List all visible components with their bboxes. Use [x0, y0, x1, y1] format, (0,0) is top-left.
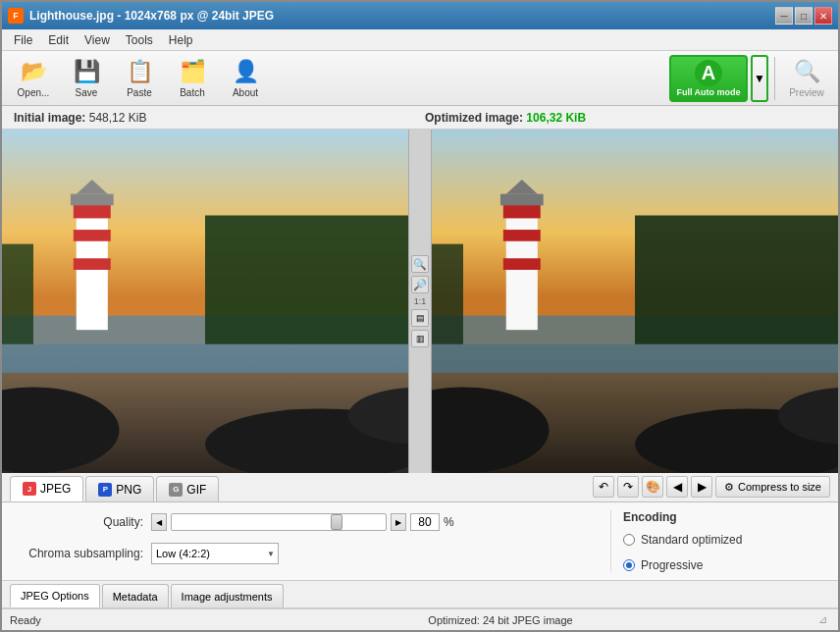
full-auto-dropdown[interactable]: ▼	[751, 55, 768, 102]
bottom-tab-jpeg-options[interactable]: JPEG Options	[10, 584, 100, 607]
tab-png[interactable]: P PNG	[85, 476, 154, 501]
quality-label: Quality:	[14, 515, 151, 529]
app-icon: F	[8, 8, 24, 24]
quality-slider-thumb[interactable]	[331, 514, 342, 530]
encoding-progressive-row[interactable]: Progressive	[623, 555, 826, 575]
open-button[interactable]: 📂 Open...	[8, 55, 59, 102]
encoding-standard-row[interactable]: Standard optimized	[623, 530, 826, 550]
png-tab-label: PNG	[116, 483, 141, 497]
quality-row: Quality: ◀ ▶ %	[14, 510, 610, 534]
paste-button[interactable]: 📋 Paste	[114, 55, 165, 102]
standard-radio[interactable]	[623, 534, 635, 546]
svg-rect-22	[503, 258, 541, 270]
svg-rect-7	[74, 230, 111, 241]
progressive-label: Progressive	[641, 558, 703, 572]
right-arrow-button[interactable]: ▶	[691, 476, 712, 498]
toolbar-sep	[774, 57, 775, 100]
quality-slider-container: ◀ ▶ %	[151, 513, 454, 531]
open-label: Open...	[18, 87, 50, 98]
resize-grip[interactable]: ⊿	[814, 612, 830, 628]
compress-label: Compress to size	[738, 481, 821, 493]
title-bar: F Lighthouse.jpg - 1024x768 px @ 24bit J…	[2, 2, 838, 29]
encoding-panel: Encoding Standard optimized Progressive	[610, 510, 826, 572]
tabs-right-tools: ↶ ↷ 🎨 ◀ ▶ ⚙ Compress to size	[221, 476, 830, 501]
optimized-label: Optimized image:	[425, 111, 523, 125]
progressive-radio[interactable]	[623, 559, 635, 571]
image-info-bar: Initial image: 548,12 KiB Optimized imag…	[2, 106, 838, 130]
preview-label: Preview	[789, 87, 824, 98]
color-tool-button[interactable]: 🎨	[642, 476, 663, 498]
optimized-value: 106,32 KiB	[526, 111, 586, 125]
batch-icon: 🗂️	[177, 59, 208, 85]
radio-dot	[626, 562, 632, 568]
zoom-in-button[interactable]: 🔍	[411, 255, 429, 273]
chroma-select[interactable]: None (4:4:4) Low (4:2:2) High (4:1:1)	[151, 543, 279, 564]
paste-label: Paste	[127, 87, 152, 98]
svg-rect-18	[432, 244, 463, 344]
chroma-select-wrapper: None (4:4:4) Low (4:2:2) High (4:1:1)	[151, 543, 279, 564]
initial-info: Initial image: 548,12 KiB	[14, 111, 415, 125]
paste-icon: 📋	[124, 59, 155, 85]
optimized-panel	[432, 130, 838, 473]
options-left: Quality: ◀ ▶ % Chroma subsampling: None …	[14, 510, 610, 572]
statusbar: Ready Optimized: 24 bit JPEG image ⊿	[2, 608, 838, 630]
maximize-button[interactable]: □	[795, 7, 813, 25]
original-image	[2, 130, 408, 473]
full-auto-button[interactable]: A Full Auto mode	[669, 55, 748, 102]
menu-edit[interactable]: Edit	[40, 31, 77, 49]
title-bar-left: F Lighthouse.jpg - 1024x768 px @ 24bit J…	[8, 8, 274, 24]
compress-icon: ⚙	[724, 481, 734, 494]
minimize-button[interactable]: ─	[775, 7, 793, 25]
svg-rect-4	[2, 244, 33, 344]
window-controls: ─ □ ✕	[775, 7, 832, 25]
standard-label: Standard optimized	[641, 533, 742, 547]
save-button[interactable]: 💾 Save	[61, 55, 112, 102]
jpeg-tab-label: JPEG	[40, 482, 71, 496]
gif-tab-label: GIF	[186, 483, 206, 497]
bottom-tab-image-adjustments[interactable]: Image adjustments	[171, 584, 284, 607]
initial-value: 548,12 KiB	[89, 111, 147, 125]
panel-split-button[interactable]: ▥	[411, 330, 429, 347]
compress-to-size-button[interactable]: ⚙ Compress to size	[715, 476, 830, 498]
menu-tools[interactable]: Tools	[118, 31, 161, 49]
quality-value-input[interactable]	[410, 513, 440, 531]
encoding-title: Encoding	[623, 510, 826, 524]
slider-right-arrow[interactable]: ▶	[391, 513, 406, 531]
menu-view[interactable]: View	[77, 31, 118, 49]
menubar: File Edit View Tools Help	[2, 29, 838, 51]
image-adjustments-label: Image adjustments	[182, 591, 273, 603]
preview-button[interactable]: 🔍 Preview	[781, 55, 832, 102]
quality-unit: %	[444, 515, 454, 529]
bottom-tab-metadata[interactable]: Metadata	[102, 584, 169, 607]
status-ready: Ready	[10, 614, 186, 626]
menu-file[interactable]: File	[6, 31, 40, 49]
svg-rect-17	[635, 216, 838, 344]
panel-divider: 🔍 🔎 1:1 ▤ ▥	[408, 130, 432, 473]
save-icon: 💾	[71, 59, 102, 85]
undo-button[interactable]: ↶	[593, 476, 614, 498]
tab-jpeg[interactable]: J JPEG	[10, 476, 83, 501]
jpeg-options-label: JPEG Options	[21, 590, 89, 602]
slider-left-arrow[interactable]: ◀	[151, 513, 167, 531]
quality-slider-track[interactable]	[171, 513, 387, 531]
zoom-out-button[interactable]: 🔎	[411, 276, 429, 293]
redo-button[interactable]: ↷	[617, 476, 639, 498]
left-arrow-button[interactable]: ◀	[666, 476, 688, 498]
full-auto-label: Full Auto mode	[676, 87, 740, 97]
optimized-info: Optimized image: 106,32 KiB	[415, 111, 826, 125]
svg-rect-3	[205, 216, 408, 344]
svg-rect-21	[503, 230, 541, 241]
menu-help[interactable]: Help	[161, 31, 201, 49]
batch-button[interactable]: 🗂️ Batch	[167, 55, 218, 102]
close-button[interactable]: ✕	[814, 7, 832, 25]
about-button[interactable]: 👤 About	[220, 55, 271, 102]
original-panel	[2, 130, 408, 473]
batch-label: Batch	[180, 87, 205, 98]
options-panel: Quality: ◀ ▶ % Chroma subsampling: None …	[2, 502, 838, 581]
image-panels: 🔍 🔎 1:1 ▤ ▥	[2, 130, 838, 473]
chroma-label: Chroma subsampling:	[14, 547, 151, 560]
save-label: Save	[76, 87, 98, 98]
svg-rect-8	[74, 258, 111, 270]
panel-fit-button[interactable]: ▤	[411, 309, 429, 327]
tab-gif[interactable]: G GIF	[156, 476, 219, 501]
